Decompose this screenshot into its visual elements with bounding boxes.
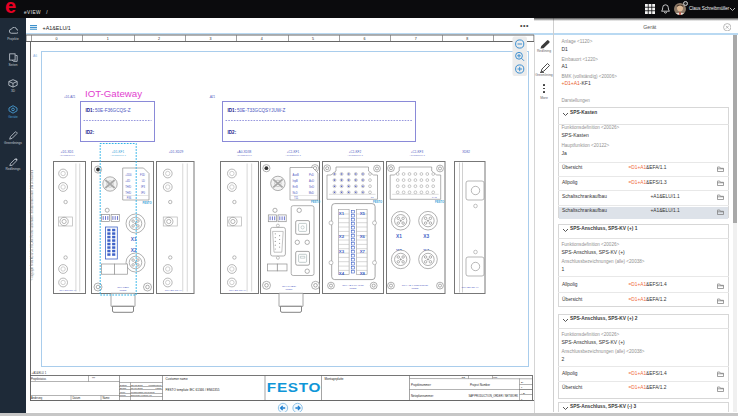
svg-text:AuD: AuD [309,179,314,183]
svg-text:T30821: T30821 [119,289,127,291]
svg-text:F36: F36 [127,196,132,200]
svg-text:X5: X5 [360,211,366,216]
svg-text:+C1-KF2: +C1-KF2 [349,150,362,154]
svg-text:3: 3 [210,37,212,41]
svg-text:7: 7 [415,37,417,41]
svg-text:LD: LD [142,179,145,183]
svg-text:F5D: F5D [140,173,145,177]
svg-text:Netzplannummer:: Netzplannummer: [411,394,434,398]
svg-text:T11: T11 [294,196,299,200]
svg-text:Projektstatus: Projektstatus [31,377,47,381]
svg-text:+A0-XD38: +A0-XD38 [237,150,252,154]
svg-text:Änderung: Änderung [31,396,43,400]
svg-text:X1: X1 [339,211,345,216]
svg-text:Montageplatte: Montageplatte [325,377,344,381]
svg-text:Gepr.: Gepr. [120,391,126,393]
svg-text:X3: X3 [339,249,345,254]
svg-text:+CX88PM/1.1: +CX88PM/1.1 [110,154,126,157]
svg-text:EN61034-1/2006-06: EN61034-1/2006-06 [131,394,152,396]
svg-text:FESTO: FESTO [373,200,382,204]
svg-text:2: 2 [158,37,160,41]
svg-text:Responsible for project: Responsible for project [131,391,155,393]
svg-text:+5D0: +5D0 [125,173,132,177]
svg-text:TH/D: TH/D [125,191,131,195]
svg-text:+ Bl.: + Bl. [521,392,526,394]
svg-text:-AZ1: -AZ1 [209,95,216,99]
svg-text:+D1-KF1: +D1-KF1 [112,150,125,154]
svg-text:ID1:: ID1: [86,108,95,113]
svg-text:Customer name: Customer name [166,377,188,381]
svg-text:NsD: NsD [293,191,298,195]
svg-text:IOT-Gateway: IOT-Gateway [85,88,142,99]
svg-text:50E-T33GCQSYJUW-Z: 50E-T33GCQSYJUW-Z [237,108,286,113]
svg-text:SAP PRODUCTION_ORDER / NETWORK: SAP PRODUCTION_ORDER / NETWORK [468,394,518,398]
svg-text:IP0: IP0 [141,191,145,195]
svg-text:+CX88PS/1.0: +CX88PS/1.0 [236,154,252,157]
svg-text:X4: X4 [339,271,345,276]
svg-text:CPX-BG-RR-4X: CPX-BG-RR-4X [229,289,247,292]
svg-text:30.10.2018: 30.10.2018 [131,387,143,389]
svg-text:Konstrukteur: Konstrukteur [148,384,161,386]
svg-text:AuxB: AuxB [293,173,299,177]
svg-text:ErrB: ErrB [293,185,298,189]
svg-text:A6: A6 [33,54,37,58]
svg-text:4: 4 [261,37,263,41]
svg-text:***: *** [92,377,95,381]
svg-text:5: 5 [312,37,314,41]
svg-text:ID1:: ID1: [228,108,237,113]
svg-text:Bearb.: Bearb. [120,387,127,389]
svg-text:SnD: SnD [309,185,314,189]
svg-text:T30829: T30829 [411,287,419,289]
svg-text:CPX-BG-RR-4X: CPX-BG-RR-4X [165,289,183,292]
svg-text:X6: X6 [360,234,366,239]
svg-text:X3: X3 [423,234,429,239]
svg-text:PsD: PsD [309,173,314,177]
svg-text:FESTO: FESTO [435,200,444,204]
svg-text:6: 6 [364,37,366,41]
svg-text:TH/D: TH/D [125,185,131,189]
svg-text:X7: X7 [360,249,366,254]
svg-text:T30824: T30824 [285,288,293,290]
svg-text:T30827: T30827 [349,287,357,289]
svg-text:+D1-XD29: +D1-XD29 [169,150,184,154]
svg-text:CPX-BG-RR-4X: CPX-BG-RR-4X [59,289,77,292]
svg-text:0: 0 [55,37,57,41]
svg-text:+C1-KF3: +C1-KF3 [411,150,424,154]
svg-text:FESTO: FESTO [267,380,321,395]
svg-text:Projektnummer:: Projektnummer: [411,383,432,387]
svg-text:FSTN: FSTN [156,387,162,389]
svg-text:+CX88PM/1.1: +CX88PM/1.1 [285,154,301,157]
svg-text:Norm: Norm [120,394,126,396]
svg-text:1: 1 [107,37,109,41]
svg-text:Mkz.: Mkz. [493,376,498,378]
svg-text:FESTO: FESTO [311,200,320,204]
svg-text:InpB: InpB [293,179,299,183]
svg-text:ID2:: ID2: [228,130,237,135]
svg-text:LAN: LAN [432,196,437,199]
svg-text:+4D: +4D [125,179,130,183]
svg-text:MsD: MsD [309,191,314,195]
svg-text:+D1-AZ1: +D1-AZ1 [64,95,76,99]
svg-text:DE: DE [462,376,466,378]
svg-text:XD82: XD82 [462,150,470,154]
svg-text:Name: Name [103,396,110,400]
svg-text:+CX88PM/1.1: +CX88PM/1.1 [347,154,363,157]
svg-text:FESTO: FESTO [143,201,152,205]
svg-text:X1: X1 [396,234,402,239]
svg-text:FESTO template IEC 61346 / EN6: FESTO template IEC 61346 / EN61355 [166,388,220,392]
svg-text:Bl.: Bl. [521,381,524,383]
svg-text:50E-F36GCQS-Z: 50E-F36GCQS-Z [95,108,131,113]
svg-text:+CX88PS/1.0: +CX88PS/1.0 [59,154,75,157]
svg-text:ID2:: ID2: [86,130,95,135]
svg-text:Datum: Datum [73,396,81,400]
svg-text:Datum: Datum [120,384,127,386]
svg-text:+C1-KF1: +C1-KF1 [287,150,300,154]
svg-text:IP3: IP3 [141,185,145,189]
svg-text:8: 8 [466,37,468,41]
svg-text:CPX-BG-RR-4X: CPX-BG-RR-4X [461,286,479,289]
svg-text:+D1-XD1: +D1-XD1 [61,150,74,154]
svg-text:X2: X2 [339,234,345,239]
svg-text:Project Number: Project Number [470,383,490,387]
svg-text:+CX88PM/1.1: +CX88PM/1.1 [409,154,425,157]
svg-text:X8: X8 [360,271,366,276]
